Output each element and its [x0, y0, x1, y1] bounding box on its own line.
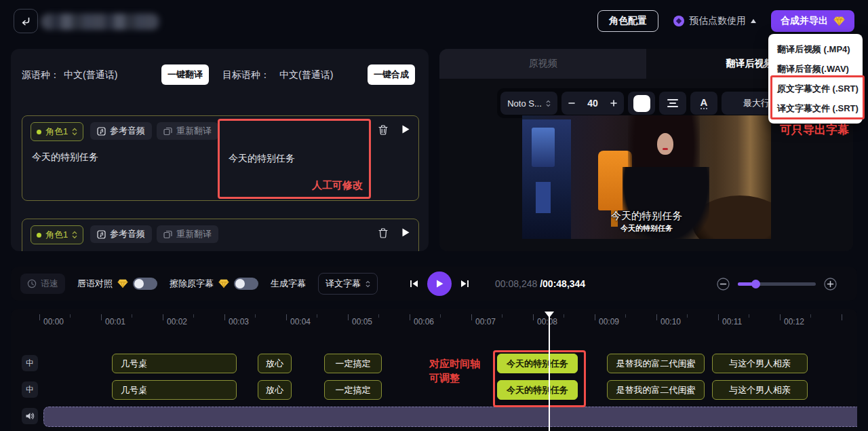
- one-click-translate-button[interactable]: 一键翻译: [161, 64, 209, 85]
- ruler-tick-label: 00:00: [43, 317, 64, 326]
- playback-toolbar: 语速 唇语对照 擦除原字幕 生成字幕 译文字幕: [11, 267, 857, 301]
- ruler-tick-minor: [810, 314, 811, 318]
- reference-audio-button[interactable]: 参考音频: [90, 225, 152, 243]
- one-click-synthesize-button[interactable]: 一键合成: [368, 64, 415, 85]
- top-bar: 角色配置 预估点数使用 合成并导出: [0, 0, 868, 42]
- ruler-tick-minor: [502, 314, 502, 318]
- subtitle-source-select[interactable]: 译文字幕: [318, 273, 378, 295]
- plus-icon[interactable]: [610, 99, 618, 107]
- gem-icon: [117, 279, 128, 288]
- ruler-tick: [163, 314, 163, 320]
- subtitle-block[interactable]: 放心: [258, 380, 292, 400]
- subtitle-block[interactable]: 一定搞定: [324, 380, 382, 400]
- next-frame-button[interactable]: [460, 279, 469, 288]
- ruler-tick-minor: [378, 314, 379, 318]
- track1-language-badge: 中: [22, 355, 38, 371]
- subtitle-block[interactable]: 几号桌: [112, 354, 237, 373]
- timeline-panel: 00:0000:0100:0200:0300:0400:0500:0600:07…: [11, 309, 857, 431]
- gem-icon: [833, 16, 845, 26]
- subtitle-align-button[interactable]: [659, 92, 686, 115]
- speech-rate-label: 语速: [41, 278, 58, 290]
- track2-language-badge: 中: [22, 381, 38, 398]
- ruler-tick-label: 00:11: [722, 317, 742, 326]
- video-person-lips: [663, 148, 668, 150]
- subtitle-block[interactable]: 是替我的富二代闺蜜: [607, 380, 705, 400]
- font-size-value: 40: [587, 98, 598, 109]
- ruler-tick: [842, 314, 842, 320]
- menu-item-video-mp4[interactable]: 翻译后视频 (.MP4): [768, 39, 863, 59]
- export-dropdown-menu: 翻译后视频 (.MP4) 翻译后音频(.WAV) 原文字幕文件 (.SRT) 译…: [768, 34, 863, 124]
- erase-subtitle-toggle[interactable]: [234, 278, 258, 290]
- annotation-editable: 人工可修改: [312, 179, 363, 192]
- ruler-tick-label: 00:02: [167, 317, 187, 326]
- reference-audio-button[interactable]: 参考音频: [90, 122, 152, 140]
- erase-subtitle-label: 擦除原字幕: [170, 278, 214, 290]
- toggle-knob: [134, 279, 144, 288]
- clock-icon: [27, 279, 37, 288]
- subtitle-block-selected[interactable]: 今天的特别任务: [497, 354, 578, 373]
- zoom-slider[interactable]: [738, 282, 816, 286]
- toggle-knob: [235, 279, 245, 288]
- ruler-tick: [101, 314, 102, 320]
- retranslate-button[interactable]: 重新翻译: [157, 122, 218, 140]
- audio-waveform-track[interactable]: [43, 407, 857, 427]
- trash-icon: [378, 227, 389, 239]
- points-usage-toggle[interactable]: 预估点数使用: [673, 15, 756, 27]
- subtitle-block-selected[interactable]: 今天的特别任务: [497, 380, 578, 400]
- menu-item-source-srt[interactable]: 原文字幕文件 (.SRT): [768, 79, 863, 98]
- zoom-out-button[interactable]: [717, 278, 730, 291]
- menu-item-translated-srt[interactable]: 译文字幕文件 (.SRT): [768, 98, 863, 118]
- subtitle-block[interactable]: 一定搞定: [324, 354, 382, 373]
- timeline-ruler[interactable]: 00:0000:0100:0200:0300:0400:0500:0600:07…: [11, 309, 857, 333]
- font-color-picker-button[interactable]: A: [690, 92, 717, 115]
- erase-subtitle-group: 擦除原字幕: [170, 278, 258, 290]
- delete-subtitle-button[interactable]: [378, 227, 389, 239]
- play-button[interactable]: [427, 271, 452, 296]
- ruler-tick-minor: [625, 314, 626, 318]
- caret-up-icon: [751, 19, 756, 23]
- role-select[interactable]: 角色1: [31, 225, 83, 244]
- retranslate-button[interactable]: 重新翻译: [157, 225, 218, 243]
- ruler-tick: [718, 314, 719, 320]
- minus-icon[interactable]: [568, 99, 576, 107]
- video-preview[interactable]: 今天的特别任务 今天的特别任务: [522, 115, 771, 239]
- ruler-tick-minor: [193, 314, 194, 318]
- translated-subtitle-editor[interactable]: 今天的特别任务 人工可修改: [218, 119, 371, 199]
- font-family-select[interactable]: Noto S...: [500, 92, 557, 115]
- ruler-tick: [410, 314, 410, 320]
- play-subtitle-button[interactable]: [401, 227, 410, 238]
- subtitle-block[interactable]: 与这个男人相亲: [712, 380, 808, 400]
- font-color-swatch-button[interactable]: [628, 92, 655, 115]
- speech-rate-button[interactable]: 语速: [20, 274, 65, 294]
- source-subtitle-text: 今天的特别任务: [32, 151, 98, 164]
- delete-subtitle-button[interactable]: [378, 124, 389, 136]
- role-name: 角色1: [45, 126, 68, 138]
- zoom-in-button[interactable]: [824, 278, 837, 291]
- video-kiosk-screen: [532, 128, 555, 167]
- ruler-tick: [224, 314, 225, 320]
- subtitle-block[interactable]: 与这个男人相亲: [712, 354, 808, 373]
- ruler-tick-minor: [317, 314, 317, 318]
- points-label: 预估点数使用: [689, 15, 746, 27]
- export-button[interactable]: 合成并导出: [771, 10, 854, 32]
- translated-subtitle-text[interactable]: 今天的特别任务: [229, 153, 295, 165]
- play-subtitle-button[interactable]: [401, 124, 410, 134]
- role-config-button[interactable]: 角色配置: [597, 10, 658, 32]
- source-lang-value: 中文(普通话): [64, 69, 117, 81]
- ruler-tick-label: 00:06: [414, 317, 434, 326]
- lip-sync-toggle[interactable]: [133, 278, 157, 290]
- target-lang-value: 中文(普通话): [279, 69, 333, 81]
- tab-original-video[interactable]: 原视频: [439, 49, 646, 79]
- zoom-slider-knob[interactable]: [751, 280, 760, 288]
- font-family-value: Noto S...: [507, 98, 542, 109]
- back-button[interactable]: [14, 9, 38, 33]
- updown-chevron-icon: [366, 280, 370, 288]
- subtitle-block[interactable]: 放心: [258, 354, 292, 373]
- playhead[interactable]: [549, 312, 550, 431]
- previous-frame-button[interactable]: [410, 279, 419, 288]
- role-select[interactable]: 角色1: [31, 122, 83, 141]
- ruler-tick: [471, 314, 472, 320]
- subtitle-block[interactable]: 几号桌: [112, 380, 237, 400]
- subtitle-block[interactable]: 是替我的富二代闺蜜: [607, 354, 705, 373]
- menu-item-audio-wav[interactable]: 翻译后音频(.WAV): [768, 59, 863, 79]
